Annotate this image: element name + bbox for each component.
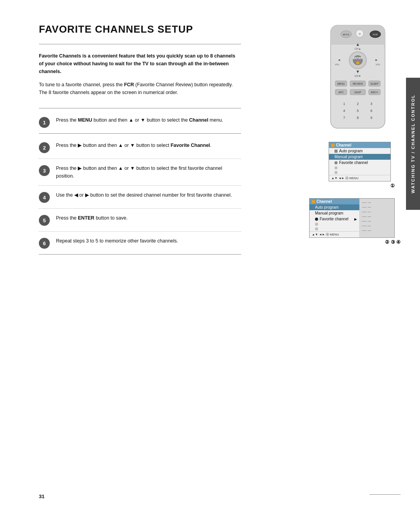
svg-text:9: 9	[370, 116, 372, 120]
remote-control: MUTE 0 FCR ▲ CH▲ ◄ VOL ENTER ► VOL ▼ CH▼	[319, 23, 397, 132]
svg-text:3: 3	[370, 102, 372, 106]
menu-header-text-1: Channel	[336, 143, 351, 147]
svg-text:FCR: FCR	[373, 33, 378, 36]
svg-text:VOL: VOL	[376, 63, 381, 66]
dash-row-2: ---- ---	[362, 205, 392, 209]
menu-item2-manual: Manual program	[310, 210, 359, 216]
sidebar-tab: WATCHING TV / CHANNEL CONTROL	[406, 78, 420, 210]
svg-text:4: 4	[343, 109, 345, 113]
menu-icon-4	[334, 171, 338, 174]
divider-top	[39, 44, 241, 44]
step-number-5: 5	[39, 215, 50, 226]
menu-item-3	[329, 166, 390, 170]
menu-screenshot-2: Channel Auto program Manual program Favo…	[309, 198, 401, 245]
menu-header-icon-1	[331, 144, 334, 147]
menu-box-2: Channel Auto program Manual program Favo…	[309, 198, 395, 238]
intro-bold-text: Favorite Channels is a convenient featur…	[39, 52, 241, 75]
divider-after-step2	[39, 159, 241, 159]
dash-row-7: ---- ---	[362, 228, 392, 233]
divider-bottom	[39, 254, 241, 255]
svg-text:REVIEW: REVIEW	[353, 82, 363, 85]
step-1: 1 Press the MENU button and then ▲ or ▼ …	[39, 116, 241, 133]
svg-text:ARC/+: ARC/+	[371, 91, 378, 94]
step-ref-1: ①	[329, 183, 395, 188]
step-5-text: Press the ENTER button to save.	[56, 214, 241, 222]
svg-text:MENU: MENU	[337, 82, 345, 85]
step-number-4: 4	[39, 192, 50, 203]
fcr-bold: FCR	[124, 82, 134, 87]
step-3: 3 Press the ▶ button and then ▲ or ▼ but…	[39, 164, 241, 185]
bottom-right-rule	[369, 494, 401, 495]
svg-text:VOL: VOL	[335, 63, 340, 66]
svg-text:◄: ◄	[338, 58, 341, 62]
step-ref-2: ② ③ ④	[309, 239, 401, 245]
menu-item2-auto: Auto program	[310, 204, 359, 210]
page-title: FAVORITE CHANNELS SETUP	[39, 23, 241, 35]
svg-text:SLEEP: SLEEP	[371, 82, 379, 85]
menu-footer-2: ▲▼ ◄► ⓔ MENU	[310, 231, 359, 237]
dash-row-5: ---- ---	[362, 219, 392, 223]
step-3-text: Press the ▶ button and then ▲ or ▼ butto…	[56, 164, 241, 180]
svg-text:5: 5	[357, 109, 359, 113]
svg-text:ENTER: ENTER	[353, 57, 362, 59]
dash-row-6: ---- ---	[362, 223, 392, 228]
step-number-1: 1	[39, 117, 50, 128]
dash-row-1: ---- ---	[362, 200, 392, 205]
step-5: 5 Press the ENTER button to save.	[39, 214, 241, 231]
svg-text:CH▲: CH▲	[354, 47, 361, 50]
page-number: 31	[39, 494, 44, 499]
svg-text:APC: APC	[338, 91, 344, 94]
fcr-description: To tune to a favorite channel, press the…	[39, 81, 241, 96]
menu-item-4	[329, 170, 390, 175]
step-6: 6 Repeat steps 3 to 5 to memorize other …	[39, 237, 241, 254]
step-4-text: Use the ◀ or ▶ button to set the desired…	[56, 191, 241, 199]
menu-screenshot-1: Channel Auto program Manual program Favo…	[329, 142, 395, 188]
menu-item2-4	[310, 227, 359, 231]
step-2: 2 Press the ▶ button and then ▲ or ▼ but…	[39, 141, 241, 159]
step-1-text: Press the MENU button and then ▲ or ▼ bu…	[56, 116, 241, 124]
sidebar-tab-text: WATCHING TV / CHANNEL CONTROL	[411, 94, 415, 193]
menu-header-2: Channel	[310, 199, 359, 204]
main-content: FAVORITE CHANNELS SETUP Favorite Channel…	[39, 23, 241, 262]
menu-item-manual: Manual program	[329, 154, 390, 160]
step-number-6: 6	[39, 238, 50, 249]
step-2-text: Press the ▶ button and then ▲ or ▼ butto…	[56, 141, 241, 149]
dash-row-4: ---- ---	[362, 214, 392, 219]
menu-box-1: Channel Auto program Manual program Favo…	[329, 142, 391, 181]
step-4: 4 Use the ◀ or ▶ button to set the desir…	[39, 191, 241, 208]
menu-header-1: Channel	[329, 142, 390, 148]
svg-text:2: 2	[357, 102, 359, 106]
svg-text:1: 1	[343, 102, 345, 106]
step-number-2: 2	[39, 142, 50, 153]
menu-footer-1: ▲▼ ◄► ⓔ MENU	[329, 175, 390, 181]
svg-text:►: ►	[375, 58, 378, 62]
divider-steps-top	[39, 108, 241, 108]
svg-text:▲: ▲	[356, 42, 360, 47]
svg-text:6: 6	[370, 109, 372, 113]
menu-icon-favorite	[334, 161, 338, 164]
remote-svg: MUTE 0 FCR ▲ CH▲ ◄ VOL ENTER ► VOL ▼ CH▼	[319, 23, 397, 132]
menu-header-icon-2	[312, 200, 315, 203]
menu-icon-auto	[334, 150, 338, 153]
menu-icon-3	[334, 166, 338, 169]
svg-text:0: 0	[359, 32, 361, 36]
svg-text:DASP: DASP	[354, 91, 361, 94]
page-container: WATCHING TV / CHANNEL CONTROL FAVORITE C…	[0, 0, 420, 511]
divider-after-step1	[39, 133, 241, 134]
svg-point-16	[356, 61, 359, 65]
menu-item-auto: Auto program	[329, 148, 390, 154]
menu-right-panel: ---- --- ---- --- ---- --- ---- --- ----…	[360, 199, 394, 237]
divider-after-step5	[39, 231, 241, 232]
dash-row-3: ---- ---	[362, 209, 392, 214]
menu-icon2-4	[315, 227, 318, 230]
menu-item2-3	[310, 222, 359, 227]
divider-after-step4	[39, 208, 241, 209]
svg-text:▼: ▼	[356, 69, 360, 74]
fcr-text-before: To tune to a favorite channel, press the	[39, 82, 124, 87]
step-6-text: Repeat steps 3 to 5 to memorize other fa…	[56, 237, 241, 245]
divider-after-step3	[39, 185, 241, 186]
favorite-arrow: ▶	[354, 217, 357, 221]
menu-item2-favorite: Favorite channel ▶	[310, 216, 359, 222]
menu-item-favorite: Favorite channel	[329, 160, 390, 166]
svg-text:MUTE: MUTE	[343, 33, 350, 36]
